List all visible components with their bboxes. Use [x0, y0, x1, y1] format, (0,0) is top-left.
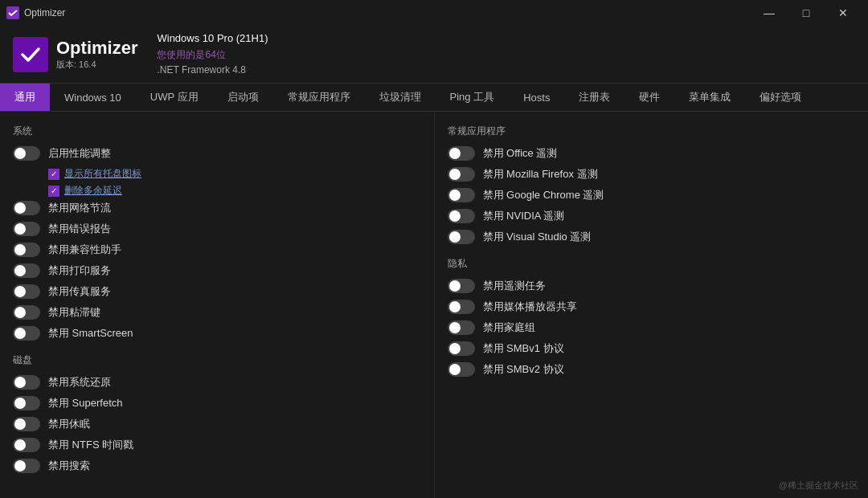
label-smbv2: 禁用 SMBv2 协议 — [483, 362, 564, 377]
toggle-ntfs[interactable] — [13, 438, 40, 452]
toggle-restore[interactable] — [13, 375, 40, 390]
toggle-office[interactable] — [448, 146, 475, 161]
section-title-system: 系统 — [13, 124, 421, 138]
toggle-row-restore: 禁用系统还原 — [13, 375, 421, 390]
watermark: @稀土掘金技术社区 — [779, 480, 858, 492]
toggle-row-sticky: 禁用粘滞键 — [13, 305, 421, 320]
label-media-share: 禁用媒体播放器共享 — [483, 300, 577, 314]
label-delay[interactable]: 删除多余延迟 — [64, 184, 122, 198]
tab-startup[interactable]: 启动项 — [213, 84, 273, 111]
toggle-row-print: 禁用打印服务 — [13, 263, 421, 278]
titlebar-left: Optimizer — [6, 6, 65, 19]
toggle-compat[interactable] — [13, 243, 40, 257]
toggle-smbv2[interactable] — [448, 362, 475, 377]
toggle-performance[interactable] — [13, 146, 40, 161]
tab-windows10[interactable]: Windows 10 — [50, 84, 136, 111]
toggle-network[interactable] — [13, 201, 40, 215]
label-error: 禁用错误报告 — [48, 222, 111, 236]
toggle-chrome[interactable] — [448, 188, 475, 202]
label-print: 禁用打印服务 — [48, 263, 111, 278]
app-title: Optimizer — [56, 38, 137, 59]
section-title-common-apps: 常规应用程序 — [448, 124, 856, 138]
toggle-superfetch[interactable] — [13, 396, 40, 410]
tab-prefs[interactable]: 偏好选项 — [745, 84, 816, 111]
toggle-telemetry-task[interactable] — [448, 279, 475, 293]
toggle-print[interactable] — [13, 263, 40, 278]
toggle-row-firefox: 禁用 Mozilla Firefox 遥测 — [448, 167, 856, 182]
toggle-hibernate[interactable] — [13, 417, 40, 431]
toggle-vs[interactable] — [448, 230, 475, 244]
maximize-button[interactable]: □ — [788, 0, 825, 26]
tab-uwp[interactable]: UWP 应用 — [136, 84, 213, 111]
nav-tabs: 通用 Windows 10 UWP 应用 启动项 常规应用程序 垃圾清理 Pin… — [0, 84, 868, 112]
label-vs: 禁用 Visual Studio 遥测 — [483, 230, 592, 244]
tab-registry[interactable]: 注册表 — [564, 84, 624, 111]
toggle-row-error: 禁用错误报告 — [13, 222, 421, 236]
toggle-smbv1[interactable] — [448, 341, 475, 356]
checkbox-delay[interactable] — [48, 186, 59, 197]
label-smbv1: 禁用 SMBv1 协议 — [483, 341, 564, 356]
label-performance: 启用性能调整 — [48, 146, 111, 161]
tab-hardware[interactable]: 硬件 — [624, 84, 674, 111]
toggle-row-nvidia: 禁用 NVIDIA 遥测 — [448, 209, 856, 223]
titlebar: Optimizer — □ ✕ — [0, 0, 868, 26]
tab-cleanup[interactable]: 垃圾清理 — [365, 84, 436, 111]
close-button[interactable]: ✕ — [825, 0, 862, 26]
label-search: 禁用搜索 — [48, 459, 90, 473]
label-network: 禁用网络节流 — [48, 201, 111, 215]
label-office: 禁用 Office 遥测 — [483, 146, 558, 161]
tab-ping[interactable]: Ping 工具 — [436, 84, 510, 111]
toggle-firefox[interactable] — [448, 167, 475, 182]
label-homegroup: 禁用家庭组 — [483, 320, 535, 335]
tab-general[interactable]: 通用 — [0, 84, 50, 111]
toggle-row-vs: 禁用 Visual Studio 遥测 — [448, 230, 856, 244]
logo-text: Optimizer 版本: 16.4 — [56, 38, 137, 71]
section-title-disk: 磁盘 — [13, 353, 421, 367]
label-sticky: 禁用粘滞键 — [48, 305, 100, 320]
toggle-row-smbv2: 禁用 SMBv2 协议 — [448, 362, 856, 377]
toggle-smartscreen[interactable] — [13, 326, 40, 341]
logo-area: Optimizer 版本: 16.4 — [13, 37, 137, 72]
right-column: 常规应用程序 禁用 Office 遥测 禁用 Mozilla Firefox 遥… — [435, 112, 869, 498]
logo-icon — [13, 37, 48, 72]
app-header: Optimizer 版本: 16.4 Windows 10 Pro (21H1)… — [0, 26, 868, 84]
minimize-button[interactable]: — — [751, 0, 788, 26]
arch-info: 您使用的是64位 — [157, 47, 268, 63]
toggle-row-network: 禁用网络节流 — [13, 201, 421, 215]
tab-menu[interactable]: 菜单集成 — [674, 84, 745, 111]
toggle-row-homegroup: 禁用家庭组 — [448, 320, 856, 335]
toggle-error[interactable] — [13, 222, 40, 236]
toggle-row-ntfs: 禁用 NTFS 时间戳 — [13, 438, 421, 452]
left-column: 系统 启用性能调整 显示所有托盘图标 删除多余延迟 禁用网络节流 禁用错误报告 — [0, 112, 435, 498]
toggle-media-share[interactable] — [448, 300, 475, 314]
checkbox-row-tray: 显示所有托盘图标 — [48, 167, 421, 181]
label-fax: 禁用传真服务 — [48, 284, 111, 299]
checkbox-row-delay: 删除多余延迟 — [48, 184, 421, 198]
toggle-row-media-share: 禁用媒体播放器共享 — [448, 300, 856, 314]
toggle-row-superfetch: 禁用 Superfetch — [13, 396, 421, 410]
toggle-row-performance: 启用性能调整 — [13, 146, 421, 161]
label-ntfs: 禁用 NTFS 时间戳 — [48, 438, 133, 452]
toggle-row-smbv1: 禁用 SMBv1 协议 — [448, 341, 856, 356]
check-icon — [19, 43, 42, 66]
toggle-row-search: 禁用搜索 — [13, 459, 421, 473]
label-tray[interactable]: 显示所有托盘图标 — [64, 167, 141, 181]
toggle-row-smartscreen: 禁用 SmartScreen — [13, 326, 421, 341]
label-telemetry-task: 禁用遥测任务 — [483, 279, 546, 293]
toggle-nvidia[interactable] — [448, 209, 475, 223]
label-nvidia: 禁用 NVIDIA 遥测 — [483, 209, 565, 223]
tab-hosts[interactable]: Hosts — [509, 84, 564, 111]
label-compat: 禁用兼容性助手 — [48, 243, 121, 257]
toggle-search[interactable] — [13, 459, 40, 473]
toggle-homegroup[interactable] — [448, 320, 475, 335]
toggle-row-hibernate: 禁用休眠 — [13, 417, 421, 431]
label-restore: 禁用系统还原 — [48, 375, 111, 390]
app-version: 版本: 16.4 — [56, 59, 137, 71]
toggle-sticky[interactable] — [13, 305, 40, 320]
tab-common-apps[interactable]: 常规应用程序 — [273, 84, 365, 111]
toggle-fax[interactable] — [13, 284, 40, 299]
toggle-row-fax: 禁用传真服务 — [13, 284, 421, 299]
main-content: 系统 启用性能调整 显示所有托盘图标 删除多余延迟 禁用网络节流 禁用错误报告 — [0, 112, 868, 498]
checkbox-tray[interactable] — [48, 169, 59, 180]
label-superfetch: 禁用 Superfetch — [48, 396, 123, 410]
